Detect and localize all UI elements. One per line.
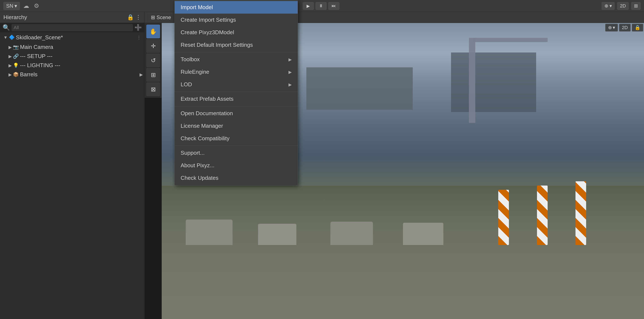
scene-tab-icon: ⊞ — [151, 14, 155, 20]
hierarchy-item-lighting[interactable]: ▶ 💡 --- LIGHTING --- — [0, 61, 144, 70]
hierarchy-item-main-camera[interactable]: ▶ 📷 Main Camera — [0, 42, 144, 52]
traffic-barrier-2 — [537, 186, 548, 245]
gizmo-toggle[interactable]: ⊕ ▾ — [605, 24, 618, 31]
menu-item-label: Check Updates — [181, 175, 218, 181]
menu-item-label: Reset Default Import Settings — [181, 42, 253, 48]
lighting-label: --- LIGHTING --- — [20, 62, 143, 69]
settings-icon[interactable]: ⚙ — [32, 2, 40, 10]
menu-item-label: Support... — [181, 150, 205, 156]
menu-item-reset-default[interactable]: Reset Default Import Settings — [175, 39, 298, 51]
layers-icon[interactable]: ⊞ — [631, 2, 640, 10]
barrels-icon: 📦 — [13, 72, 19, 77]
group-icon: 🔗 — [13, 53, 19, 59]
menu-item-label: RuleEngine — [181, 69, 209, 75]
main-camera-label: Main Camera — [20, 44, 143, 50]
2d-button[interactable]: 2D — [619, 24, 630, 31]
tool-rotate[interactable]: ↺ — [146, 53, 160, 67]
gizmo-arrow: ▾ — [613, 25, 615, 30]
menu-separator — [175, 92, 298, 92]
tool-rect[interactable]: ⊠ — [146, 82, 160, 96]
menu-item-import-model[interactable]: Import Model — [175, 1, 298, 13]
expand-triangle: ▶ — [8, 63, 12, 68]
menu-item-label: Create Pixyz3DModel — [181, 29, 234, 36]
camera-icon: 📷 — [13, 44, 19, 50]
top-bar-right: ⊕ ▾ 2D ⊞ — [602, 2, 640, 10]
play-icon: ▶ — [306, 3, 310, 8]
hierarchy-item-setup[interactable]: ▶ 🔗 --- SETUP --- — [0, 52, 144, 61]
crane-arm — [473, 38, 548, 42]
menu-item-check-updates[interactable]: Check Updates — [175, 172, 298, 184]
expand-triangle: ▶ — [8, 72, 12, 77]
menu-item-about-pixyz[interactable]: About Pixyz... — [175, 159, 298, 172]
context-menu: Import ModelCreate Import SettingsCreate… — [174, 0, 298, 185]
traffic-barrier-1 — [576, 181, 586, 245]
menu-item-open-documentation[interactable]: Open Documentation — [175, 107, 298, 120]
menu-item-support[interactable]: Support... — [175, 147, 298, 159]
hierarchy-panel: Hierarchy 🔒 ⋮ 🔍 ➕ ▼ 🔷 Skidloader_Scene* … — [0, 12, 145, 319]
expand-triangle: ▶ — [8, 54, 12, 59]
tool-move[interactable]: ✛ — [146, 39, 160, 53]
ground — [162, 186, 644, 319]
scene-tools: ✋ ✛ ↺ ⊞ ⊠ — [145, 23, 162, 98]
menu-item-label: License Manager — [181, 123, 223, 129]
menu-item-label: Import Model — [181, 4, 213, 11]
more-icon[interactable]: ⋮ — [136, 14, 141, 21]
menu-item-create-import-settings[interactable]: Create Import Settings — [175, 13, 298, 26]
lock-scene-button[interactable]: 🔒 — [632, 24, 643, 31]
menu-item-label: About Pixyz... — [181, 162, 214, 169]
view-toggle[interactable]: ⊕ ▾ — [602, 2, 615, 10]
barrier-2 — [258, 224, 296, 245]
menu-item-check-compatibility[interactable]: Check Compatibility — [175, 132, 298, 145]
setup-label: --- SETUP --- — [20, 53, 143, 59]
menu-item-label: Create Import Settings — [181, 16, 236, 23]
barrier-3 — [330, 222, 373, 245]
barrier-1 — [186, 220, 232, 245]
skidloader-label: Skidloader_Scene* — [16, 34, 134, 41]
light-icon: 💡 — [13, 63, 19, 68]
sn-label: SN — [6, 3, 13, 9]
lock-icon[interactable]: 🔒 — [127, 14, 134, 21]
traffic-barrier-3 — [498, 190, 509, 245]
tool-scale[interactable]: ⊞ — [146, 68, 160, 82]
step-button[interactable]: ⏭ — [328, 2, 339, 10]
tab-scene[interactable]: ⊞ Scene — [146, 13, 176, 22]
menu-item-label: Check Compatibility — [181, 135, 230, 142]
search-input[interactable] — [12, 24, 133, 31]
barrels-label: Barrels — [20, 71, 138, 78]
hierarchy-title: Hierarchy — [4, 14, 125, 21]
scene-tab-label: Scene — [156, 14, 171, 20]
menu-item-toolbox[interactable]: Toolbox▶ — [175, 53, 298, 66]
top-bar-left: SN ▾ ☁ ⚙ — [4, 2, 40, 10]
submenu-arrow-icon: ▶ — [288, 69, 292, 75]
menu-item-create-pixyz3dmodel[interactable]: Create Pixyz3DModel — [175, 26, 298, 39]
scene-overlay-controls: ⊕ ▾ 2D 🔒 — [605, 24, 643, 31]
barrier-4 — [403, 223, 443, 245]
playback-controls: ▶ ⏸ ⏭ — [44, 2, 598, 10]
tool-hand[interactable]: ✋ — [146, 25, 160, 38]
building-1 — [306, 67, 413, 110]
search-icon: 🔍 — [2, 24, 10, 31]
menu-item-lod[interactable]: LOD▶ — [175, 78, 298, 91]
item-options[interactable]: ⋮ — [135, 33, 143, 41]
menu-item-license-manager[interactable]: License Manager — [175, 120, 298, 132]
menu-item-extract-prefab[interactable]: Extract Prefab Assets — [175, 93, 298, 105]
top-bar: SN ▾ ☁ ⚙ ▶ ⏸ ⏭ ⊕ ▾ 2D ⊞ — [0, 0, 644, 12]
pause-button[interactable]: ⏸ — [316, 2, 326, 10]
search-bar: 🔍 ➕ — [0, 23, 144, 32]
menu-item-label: Extract Prefab Assets — [181, 96, 234, 102]
menu-item-label: Toolbox — [181, 56, 200, 63]
sn-dropdown[interactable]: SN ▾ — [4, 2, 20, 10]
scene-icon: 🔷 — [9, 35, 15, 40]
crane-mast — [469, 38, 475, 123]
step-icon: ⏭ — [332, 3, 336, 8]
gizmo-icon: ⊕ — [608, 25, 612, 30]
play-button[interactable]: ▶ — [303, 2, 314, 10]
add-icon[interactable]: ➕ — [134, 24, 142, 31]
menu-item-ruleengine[interactable]: RuleEngine▶ — [175, 66, 298, 78]
2d-toggle[interactable]: 2D — [617, 2, 629, 10]
hierarchy-header: Hierarchy 🔒 ⋮ — [0, 12, 144, 23]
menu-item-label: Open Documentation — [181, 110, 233, 117]
cloud-icon[interactable]: ☁ — [22, 2, 30, 10]
hierarchy-item-skidloader[interactable]: ▼ 🔷 Skidloader_Scene* ⋮ — [0, 32, 144, 42]
hierarchy-item-barrels[interactable]: ▶ 📦 Barrels ▶ — [0, 70, 144, 79]
